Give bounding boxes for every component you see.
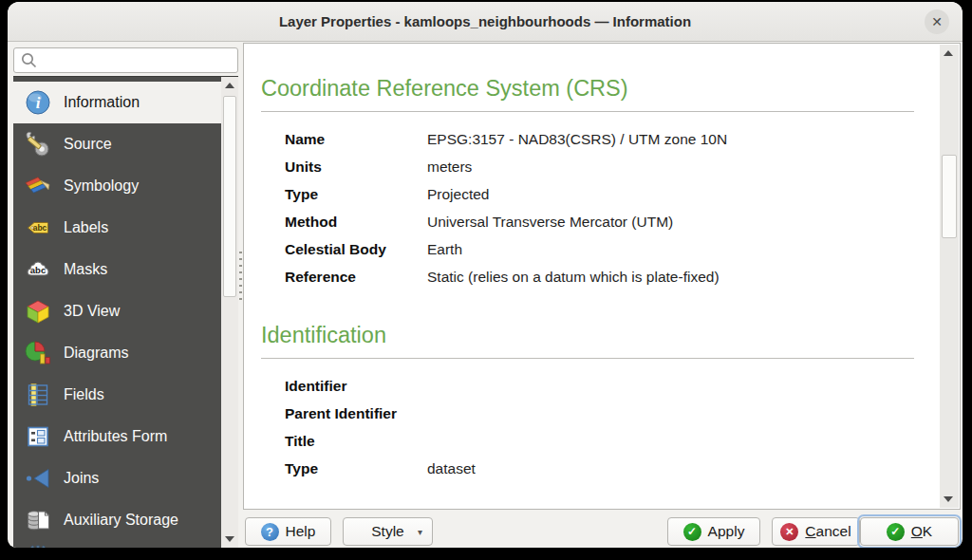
svg-text:abc: abc bbox=[30, 265, 46, 275]
sidebar: i Information Source bbox=[13, 76, 238, 548]
ok-button-label: OK bbox=[911, 523, 932, 540]
gear-icon bbox=[25, 541, 51, 548]
sidebar-item-masks[interactable]: abc Masks bbox=[13, 249, 221, 290]
auxiliary-storage-icon bbox=[25, 507, 51, 533]
sidebar-item-label: Attributes Form bbox=[64, 428, 167, 445]
search-icon bbox=[19, 50, 40, 71]
content-scrollbar[interactable] bbox=[940, 45, 959, 508]
sidebar-item-auxiliary-storage[interactable]: Auxiliary Storage bbox=[13, 499, 221, 541]
scroll-up-icon[interactable] bbox=[944, 50, 953, 56]
sidebar-item-actions-partial[interactable] bbox=[13, 541, 221, 548]
id-row-parent-identifier: Parent Identifier bbox=[261, 400, 914, 427]
close-button[interactable]: ✕ bbox=[925, 9, 949, 34]
scroll-down-icon[interactable] bbox=[225, 536, 234, 542]
cancel-button-label: Cancel bbox=[805, 523, 850, 540]
section-divider bbox=[261, 111, 914, 112]
sidebar-item-joins[interactable]: Joins bbox=[13, 457, 221, 499]
apply-button-label: Apply bbox=[708, 523, 745, 540]
sidebar-item-label: Labels bbox=[64, 219, 108, 236]
fields-icon bbox=[25, 382, 51, 408]
section-divider bbox=[261, 358, 914, 359]
svg-text:i: i bbox=[36, 94, 41, 112]
ok-button[interactable]: ✓ OK bbox=[860, 517, 959, 546]
id-row-type: Type dataset bbox=[261, 455, 914, 482]
properties-tab-list: i Information Source bbox=[13, 77, 221, 548]
attributes-form-icon bbox=[25, 423, 51, 450]
sidebar-item-label: Joins bbox=[64, 470, 99, 487]
apply-check-icon: ✓ bbox=[683, 523, 701, 541]
crs-row-method: Method Universal Transverse Mercator (UT… bbox=[261, 208, 914, 235]
scroll-down-icon[interactable] bbox=[944, 496, 953, 502]
sidebar-item-label: Diagrams bbox=[64, 345, 128, 362]
sidebar-item-label: 3D View bbox=[64, 303, 120, 320]
sidebar-item-label: Masks bbox=[64, 261, 107, 278]
section-heading-crs: Coordinate Reference System (CRS) bbox=[261, 76, 914, 102]
sidebar-search bbox=[13, 47, 238, 73]
help-button[interactable]: ? Help bbox=[245, 517, 331, 546]
id-row-title: Title bbox=[261, 427, 914, 455]
3d-view-icon bbox=[25, 298, 51, 325]
layer-properties-dialog: Layer Properties - kamloops_neighbourhoo… bbox=[8, 2, 963, 548]
sidebar-item-label: Symbology bbox=[64, 177, 139, 195]
cancel-button[interactable]: ✕ Cancel bbox=[772, 517, 860, 546]
information-icon: i bbox=[25, 89, 51, 116]
joins-icon bbox=[25, 465, 51, 492]
sidebar-item-source[interactable]: Source bbox=[13, 123, 221, 165]
content-scroll-thumb[interactable] bbox=[942, 155, 957, 238]
sidebar-scroll-thumb[interactable] bbox=[223, 96, 236, 297]
id-row-identifier: Identifier bbox=[261, 372, 914, 400]
metadata-sections: Coordinate Reference System (CRS) Name E… bbox=[244, 44, 939, 509]
section-heading-identification: Identification bbox=[261, 323, 914, 348]
cancel-x-icon: ✕ bbox=[780, 523, 798, 541]
ok-check-icon: ✓ bbox=[887, 523, 905, 541]
sidebar-item-label: Source bbox=[64, 136, 112, 153]
help-button-label: Help bbox=[286, 523, 316, 540]
apply-button[interactable]: ✓ Apply bbox=[667, 517, 760, 546]
svg-text:abc: abc bbox=[33, 223, 47, 233]
chevron-down-icon: ▾ bbox=[418, 527, 422, 537]
sidebar-item-3d-view[interactable]: 3D View bbox=[13, 290, 221, 332]
search-input[interactable] bbox=[40, 50, 237, 71]
symbology-icon bbox=[25, 173, 51, 199]
source-icon bbox=[25, 131, 51, 158]
sidebar-item-attributes-form[interactable]: Attributes Form bbox=[13, 416, 221, 457]
splitter-handle[interactable] bbox=[239, 247, 242, 300]
crs-row-celestial-body: Celestial Body Earth bbox=[261, 235, 914, 263]
sidebar-item-fields[interactable]: Fields bbox=[13, 374, 221, 416]
masks-icon: abc bbox=[25, 256, 51, 283]
style-button[interactable]: Style ▾ bbox=[343, 517, 433, 546]
sidebar-scrollbar[interactable] bbox=[221, 77, 238, 548]
crs-row-type: Type Projected bbox=[261, 180, 914, 208]
information-panel: Coordinate Reference System (CRS) Name E… bbox=[243, 43, 961, 510]
sidebar-item-label: Fields bbox=[64, 386, 104, 403]
sidebar-item-information[interactable]: i Information bbox=[13, 82, 221, 123]
crs-row-units: Units meters bbox=[261, 153, 914, 180]
sidebar-item-labels[interactable]: abc Labels bbox=[13, 207, 221, 249]
sidebar-item-label: Auxiliary Storage bbox=[64, 512, 178, 529]
scroll-up-icon[interactable] bbox=[225, 83, 234, 88]
sidebar-item-label: Information bbox=[64, 94, 140, 111]
labels-icon: abc bbox=[25, 215, 51, 241]
help-icon: ? bbox=[261, 523, 279, 541]
style-button-label: Style bbox=[371, 523, 403, 540]
titlebar[interactable]: Layer Properties - kamloops_neighbourhoo… bbox=[8, 2, 963, 42]
crs-row-reference: Reference Static (relies on a datum whic… bbox=[261, 263, 914, 290]
diagrams-icon bbox=[25, 340, 51, 366]
dialog-title: Layer Properties - kamloops_neighbourhoo… bbox=[279, 13, 691, 29]
close-icon: ✕ bbox=[931, 14, 943, 29]
sidebar-item-symbology[interactable]: Symbology bbox=[13, 165, 221, 207]
crs-row-name: Name EPSG:3157 - NAD83(CSRS) / UTM zone … bbox=[261, 125, 914, 153]
sidebar-item-diagrams[interactable]: Diagrams bbox=[13, 332, 221, 374]
